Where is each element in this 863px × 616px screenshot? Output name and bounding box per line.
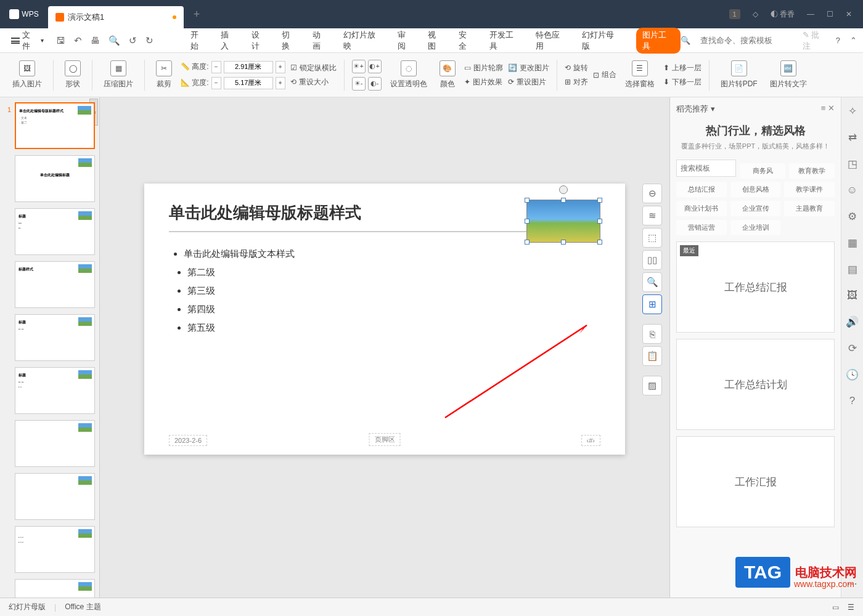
document-tab[interactable]: 演示文稿1 xyxy=(48,6,184,28)
filter-tab[interactable]: 教育教学 xyxy=(789,163,835,179)
brightness-down-icon[interactable]: ☀- xyxy=(352,77,366,91)
prev-icon[interactable]: ↶ xyxy=(74,35,82,46)
resize-handle[interactable] xyxy=(597,219,602,224)
ft-grid-icon[interactable]: ⊞ xyxy=(642,294,662,314)
lock-ratio-checkbox[interactable]: ☑锁定纵横比 xyxy=(290,63,337,73)
pic-to-text-button[interactable]: 🔤图片转文字 xyxy=(766,58,811,92)
sb-settings-icon[interactable]: ⚙ xyxy=(848,210,857,223)
width-input[interactable] xyxy=(224,77,273,89)
brightness-icon[interactable]: ☀+ xyxy=(352,60,366,73)
height-inc[interactable]: + xyxy=(276,61,285,73)
menu-transition[interactable]: 切换 xyxy=(282,30,298,52)
thumbnail-layout[interactable] xyxy=(15,420,95,467)
height-input[interactable] xyxy=(224,61,273,73)
color-button[interactable]: 🎨颜色 xyxy=(436,58,459,92)
thumbnail-layout[interactable]: 标题样式 xyxy=(15,261,95,308)
ft-paste-icon[interactable]: 📋 xyxy=(642,346,662,366)
date-placeholder[interactable]: 2023-2-6 xyxy=(169,435,207,446)
filter-tab[interactable]: 商务风 xyxy=(740,163,785,179)
sb-refresh-icon[interactable]: ⟳ xyxy=(848,342,857,355)
save-icon[interactable]: 🖫 xyxy=(56,35,65,46)
thumbnail-layout[interactable]: 单击此处编辑标题 xyxy=(15,155,95,202)
resize-handle[interactable] xyxy=(597,198,602,203)
menu-review[interactable]: 审阅 xyxy=(398,30,414,52)
send-backward-button[interactable]: ⬇ 下移一层 xyxy=(663,77,701,87)
tag-button[interactable]: 营销运营 xyxy=(676,220,727,235)
select-pane-button[interactable]: ☰选择窗格 xyxy=(621,58,658,92)
pic-to-pdf-button[interactable]: 📄图片转PDF xyxy=(717,58,761,92)
ft-split-icon[interactable]: ▯▯ xyxy=(642,250,662,270)
tag-button[interactable]: 总结汇报 xyxy=(676,182,727,197)
thumbnail-layout[interactable]: 标题▪▪ ▪▪ xyxy=(15,314,95,361)
maximize-button[interactable]: ☐ xyxy=(827,10,833,18)
tag-button[interactable]: 主题教育 xyxy=(784,201,835,216)
thumbnail-layout[interactable]: 标题▪▪ ▪▪▪ ▪ xyxy=(15,367,95,414)
minimize-button[interactable]: — xyxy=(807,10,814,18)
menu-animation[interactable]: 动画 xyxy=(313,30,329,52)
view-outline-icon[interactable]: ☰ xyxy=(848,603,854,612)
crop-button[interactable]: ✂裁剪 xyxy=(152,58,176,92)
menu-dev[interactable]: 开发工具 xyxy=(489,30,521,52)
ft-crop-icon[interactable]: ⬚ xyxy=(642,228,662,248)
skin-icon[interactable]: ◇ xyxy=(753,10,758,18)
panel-close-button[interactable]: ≡ ✕ xyxy=(821,103,835,113)
menu-slideshow[interactable]: 幻灯片放映 xyxy=(343,30,383,52)
contrast-down-icon[interactable]: ◐- xyxy=(368,77,382,91)
resize-handle[interactable] xyxy=(561,240,566,245)
tag-button[interactable]: 教学课件 xyxy=(784,182,835,197)
resize-handle[interactable] xyxy=(525,198,530,203)
group-button[interactable]: ⊡ 组合 xyxy=(593,70,616,80)
compress-button[interactable]: ▦压缩图片 xyxy=(100,58,137,92)
undo-icon[interactable]: ↺ xyxy=(129,35,137,46)
tag-button[interactable]: 企业培训 xyxy=(730,220,781,235)
sb-user-icon[interactable]: ☺ xyxy=(847,184,857,197)
shape-button[interactable]: ◯形状 xyxy=(61,58,84,92)
preview-icon[interactable]: 🔍 xyxy=(108,35,120,46)
resize-handle[interactable] xyxy=(525,219,530,224)
sb-image-icon[interactable]: 🖼 xyxy=(847,290,857,302)
command-search-input[interactable] xyxy=(700,36,793,45)
sb-help-icon[interactable]: ? xyxy=(849,395,855,407)
ft-zoom-icon[interactable]: 🔍 xyxy=(642,272,662,292)
template-card[interactable]: 工作总结计划 xyxy=(676,339,835,430)
ft-frame-icon[interactable]: ▨ xyxy=(642,376,662,395)
comment-button[interactable]: ✎ 批注 xyxy=(803,30,826,52)
menu-design[interactable]: 设计 xyxy=(252,30,268,52)
ft-minus-icon[interactable]: ⊖ xyxy=(642,184,662,203)
menu-picture-tools[interactable]: 图片工具 xyxy=(636,28,680,54)
menu-insert[interactable]: 插入 xyxy=(221,30,237,52)
help-icon[interactable]: ? xyxy=(836,36,840,45)
sb-archive-icon[interactable]: ▤ xyxy=(848,263,857,276)
tag-button[interactable]: 商业计划书 xyxy=(676,201,727,216)
notification-badge[interactable]: 1 xyxy=(729,9,740,19)
width-dec[interactable]: − xyxy=(211,77,221,89)
file-menu[interactable]: 文件▾ xyxy=(6,27,49,54)
change-pic-button[interactable]: 🔄 更改图片 xyxy=(508,63,549,73)
tag-button[interactable]: 企业宣传 xyxy=(730,201,781,216)
thumbnail-layout[interactable]: 标题▪▪▪▪▪ xyxy=(15,208,95,255)
resize-handle[interactable] xyxy=(597,240,602,245)
menu-master[interactable]: 幻灯片母版 xyxy=(582,30,621,52)
slide-thumbnails[interactable]: ◂ 1单击此处编辑母版标题样式· 文本· 第二 单击此处编辑标题 标题▪▪▪▪▪… xyxy=(0,97,100,598)
height-dec[interactable]: − xyxy=(211,61,221,73)
wps-home-tab[interactable]: WPS xyxy=(0,0,48,28)
menu-view[interactable]: 视图 xyxy=(428,30,444,52)
transparent-button[interactable]: ◌设置透明色 xyxy=(387,58,431,92)
ribbon-toggle-icon[interactable]: ⌃ xyxy=(850,36,857,45)
contrast-up-icon[interactable]: ◐+ xyxy=(368,60,382,73)
reset-pic-button[interactable]: ⟳ 重设图片 xyxy=(508,77,549,87)
master-body-placeholder[interactable]: 单击此处编辑母版文本样式 第二级 第三级 第四级 第五级 xyxy=(169,232,600,337)
resize-handle[interactable] xyxy=(561,198,566,203)
ft-copy-icon[interactable]: ⎘ xyxy=(642,324,662,344)
menu-special[interactable]: 特色应用 xyxy=(536,30,567,52)
bring-forward-button[interactable]: ⬆ 上移一层 xyxy=(663,63,701,73)
thumbnail-layout[interactable]: ▪ ▪ ▪▪ ▪ ▪ xyxy=(15,526,95,573)
rotate-button[interactable]: ⟲ 旋转 xyxy=(565,63,588,73)
effect-button[interactable]: ✦ 图片效果 xyxy=(464,77,503,87)
template-card[interactable]: 工作汇报 xyxy=(676,436,835,527)
close-button[interactable]: ✕ xyxy=(846,10,852,18)
pagenum-placeholder[interactable]: ‹#› xyxy=(581,435,600,446)
redo-icon[interactable]: ↻ xyxy=(145,35,153,46)
sb-transfer-icon[interactable]: ⇄ xyxy=(848,131,857,144)
menu-start[interactable]: 开始 xyxy=(190,30,207,52)
